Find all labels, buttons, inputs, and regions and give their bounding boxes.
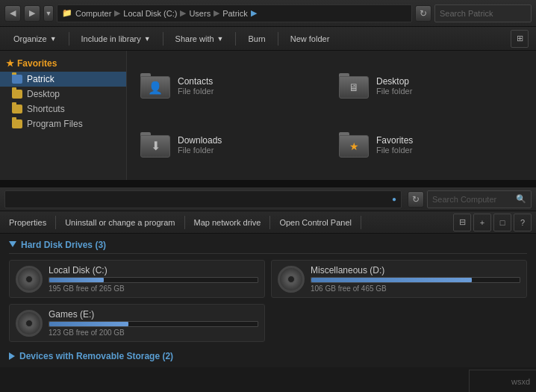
second-help-button[interactable]: ? (514, 214, 532, 231)
drive-details-d: Miscellaneous (D:) 106 GB free of 465 GB (311, 265, 520, 293)
second-view-add[interactable]: + (473, 214, 491, 231)
main-content-area: ★ Favorites Patrick Desktop Shortcuts (0, 51, 536, 181)
second-breadcrumb: ● (4, 190, 402, 208)
taskbar-label: wsxd (511, 377, 530, 386)
file-item-downloads[interactable]: ⬇ Downloads File folder (133, 116, 331, 175)
breadcrumb-localdisk[interactable]: Local Disk (C:) (123, 9, 177, 18)
second-view-toggle[interactable]: ⊟ (453, 214, 471, 231)
properties-label: Properties (9, 218, 46, 227)
include-library-label: Include in library (81, 34, 141, 43)
address-bar: ◀ ▶ ▼ 📁 Computer ▶ Local Disk (C:) ▶ Use… (0, 0, 536, 27)
file-info-downloads: Downloads File folder (178, 135, 222, 155)
drive-name-c: Local Disk (C:) (49, 265, 258, 276)
favorites-label: Favorites (17, 58, 57, 69)
properties-button[interactable]: Properties (4, 214, 51, 231)
share-label: Share with (175, 34, 214, 43)
sidebar-item-shortcuts[interactable]: Shortcuts (0, 102, 126, 116)
new-folder-button[interactable]: New folder (283, 30, 337, 48)
drive-free-d: 106 GB free of 465 GB (311, 284, 520, 293)
file-item-favorites[interactable]: ★ Favorites File folder (331, 116, 530, 175)
map-network-label: Map network drive (194, 218, 261, 227)
forward-button[interactable]: ▶ (24, 5, 40, 22)
share-button[interactable]: Share with ▼ (168, 30, 231, 48)
include-library-button[interactable]: Include in library ▼ (74, 30, 158, 48)
folder-icon-contacts: 👤 (140, 73, 170, 99)
file-info-contacts: Contacts File folder (178, 76, 214, 96)
breadcrumb-computer[interactable]: Computer (75, 9, 111, 18)
removable-section: Devices with Removable Storage (2) (9, 351, 527, 361)
sidebar-item-desktop[interactable]: Desktop (0, 87, 126, 102)
taskbar: wsxd (469, 370, 536, 392)
second-refresh-button[interactable]: ↻ (408, 191, 424, 208)
drive-details-e: Games (E:) 123 GB free of 200 GB (49, 309, 258, 337)
map-network-button[interactable]: Map network drive (190, 214, 266, 231)
file-type-downloads: File folder (178, 146, 222, 155)
drive-item-c[interactable]: Local Disk (C:) 195 GB free of 265 GB (9, 260, 265, 298)
second-search-box[interactable]: Search Computer 🔍 (427, 190, 532, 208)
file-item-desktop[interactable]: 🖥 Desktop File folder (331, 57, 530, 116)
organize-dropdown-icon: ▼ (50, 35, 57, 43)
sep1: ▶ (114, 8, 120, 18)
sidebar-item-patrick[interactable]: Patrick (0, 72, 126, 87)
breadcrumb-patrick[interactable]: Patrick (222, 9, 248, 18)
file-info-favorites: Favorites File folder (376, 135, 413, 155)
drive-free-e: 123 GB free of 200 GB (49, 329, 258, 337)
share-dropdown-icon: ▼ (217, 35, 224, 43)
nav-dropdown-button[interactable]: ▼ (43, 5, 54, 22)
top-window: ◀ ▶ ▼ 📁 Computer ▶ Local Disk (C:) ▶ Use… (0, 0, 536, 181)
folder-icon-downloads: ⬇ (140, 132, 170, 158)
search-box[interactable]: Search Patrick (434, 4, 532, 22)
view-icon: ⊞ (517, 34, 523, 43)
refresh-button[interactable]: ↻ (415, 5, 431, 22)
drive-item-e[interactable]: Games (E:) 123 GB free of 200 GB (9, 304, 265, 342)
removable-expand-icon (9, 352, 15, 360)
drive-icon-e (16, 310, 43, 337)
toolbar: Organize ▼ Include in library ▼ Share wi… (0, 27, 536, 51)
folder-icon-desktop-item: 🖥 (339, 73, 369, 99)
drive-icon-c (16, 266, 43, 293)
favorites-section: ★ Favorites Patrick Desktop Shortcuts (0, 55, 126, 131)
file-item-contacts[interactable]: 👤 Contacts File folder (133, 57, 331, 116)
uninstall-button[interactable]: Uninstall or change a program (60, 214, 179, 231)
burn-button[interactable]: Burn (240, 30, 272, 48)
organize-button[interactable]: Organize ▼ (6, 30, 64, 48)
breadcrumb-users[interactable]: Users (189, 9, 211, 18)
second-search-placeholder: Search Computer (432, 195, 496, 204)
file-grid: 👤 Contacts File folder 🖥 Desktop (127, 51, 536, 180)
back-button[interactable]: ◀ (4, 5, 21, 22)
drive-bar-container-e (49, 321, 258, 327)
drive-bar-e (49, 322, 128, 326)
removable-label: Devices with Removable Storage (2) (19, 351, 173, 361)
new-folder-label: New folder (290, 34, 330, 43)
drive-item-d[interactable]: Miscellaneous (D:) 106 GB free of 465 GB (271, 260, 527, 298)
sidebar: ★ Favorites Patrick Desktop Shortcuts (0, 51, 127, 180)
second-breadcrumb-indicator: ● (392, 195, 396, 203)
drive-free-c: 195 GB free of 265 GB (49, 284, 258, 293)
sidebar-label-shortcuts: Shortcuts (27, 104, 65, 114)
sidebar-label-desktop: Desktop (27, 89, 60, 99)
sidebar-item-program-files[interactable]: Program Files (0, 116, 126, 131)
file-info-desktop: Desktop File folder (376, 76, 412, 96)
file-type-contacts: File folder (178, 87, 214, 96)
second-sep3 (269, 216, 270, 229)
toolbar-sep2 (163, 32, 163, 46)
second-toolbar: Properties Uninstall or change a program… (0, 211, 536, 234)
drive-bar-container-c (49, 277, 258, 283)
breadcrumb-indicator: ▶ (251, 8, 257, 18)
control-panel-button[interactable]: Open Control Panel (275, 214, 356, 231)
control-panel-label: Open Control Panel (279, 218, 352, 227)
toolbar-sep1 (69, 32, 69, 46)
file-name-desktop: Desktop (376, 76, 412, 87)
drive-bar-d (311, 278, 472, 282)
second-content: Hard Disk Drives (3) Local Disk (C:) 195… (0, 234, 536, 367)
favorites-header: ★ Favorites (0, 55, 126, 72)
second-address-bar: ● ↻ Search Computer 🔍 (0, 187, 536, 211)
sep3: ▶ (214, 8, 219, 18)
file-name-favorites: Favorites (376, 135, 413, 146)
folder-icon-program-files (12, 119, 22, 128)
second-window: ● ↻ Search Computer 🔍 Properties Uninsta… (0, 187, 536, 367)
folder-icon-shortcuts (12, 105, 22, 113)
second-sep4 (361, 216, 361, 229)
view-toggle-button[interactable]: ⊞ (511, 30, 529, 48)
second-view-box[interactable]: □ (493, 214, 511, 231)
